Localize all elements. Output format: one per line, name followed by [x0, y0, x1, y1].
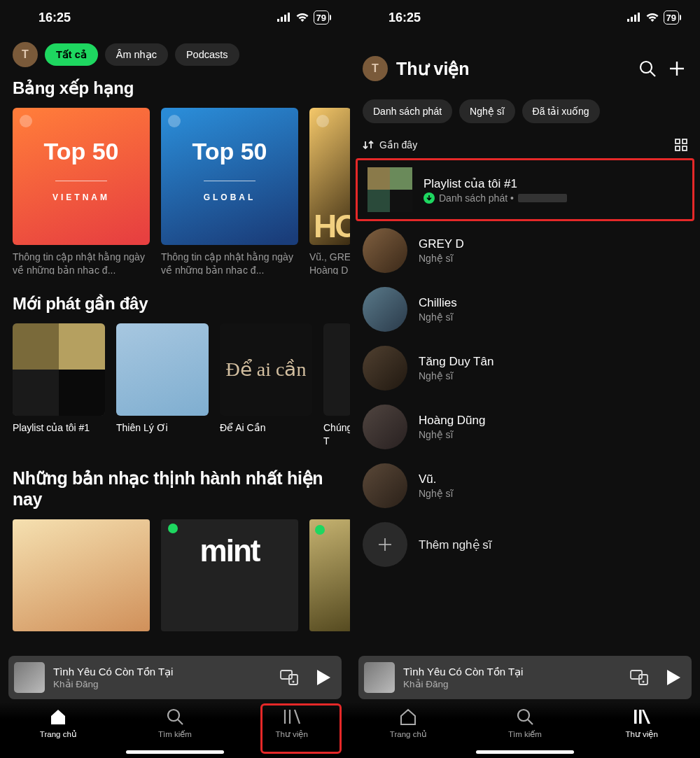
chart-card[interactable]: HO Vũ., GRE Hoàng D — [309, 108, 350, 274]
library-screen: 16:25 79 T Thư viện Danh sách phát Nghệ … — [350, 0, 700, 758]
svg-line-16 — [650, 71, 655, 76]
library-item-artist[interactable]: GREY DNghệ sĩ — [353, 221, 697, 280]
trending-row[interactable]: mint — [0, 519, 350, 631]
recent-card[interactable]: Để ai cần Để Ai Cần — [220, 323, 312, 445]
svg-line-8 — [178, 720, 183, 724]
sort-icon — [363, 140, 374, 150]
home-icon — [49, 708, 67, 726]
svg-rect-2 — [284, 15, 286, 22]
recent-card[interactable]: Thiên Lý Ơi — [116, 323, 209, 445]
add-artist-button[interactable]: Thêm nghệ sĩ — [353, 515, 697, 574]
battery-indicator: 79 — [314, 10, 329, 24]
recent-card[interactable]: Playlist của tôi #1 — [13, 323, 105, 445]
spotify-icon — [168, 524, 178, 533]
redacted-text — [518, 194, 567, 202]
svg-rect-5 — [289, 675, 298, 685]
now-playing-artist: Khải Đăng — [53, 678, 272, 689]
now-playing-art — [14, 662, 45, 693]
profile-avatar[interactable]: T — [363, 56, 388, 81]
wifi-icon — [645, 13, 659, 22]
now-playing-title: Tình Yêu Có Còn Tồn Tại — [403, 666, 622, 678]
svg-point-6 — [293, 681, 295, 683]
artist-art — [363, 228, 407, 273]
grid-view-icon[interactable] — [675, 139, 687, 151]
svg-rect-0 — [277, 19, 279, 22]
filter-pill-playlists[interactable]: Danh sách phát — [363, 99, 452, 123]
filter-pill-downloaded[interactable]: Đã tải xuống — [522, 99, 600, 123]
sort-button[interactable]: Gần đây — [363, 139, 417, 150]
charts-row[interactable]: Top 50VIETNAM Thông tin cập nhật hằng ng… — [0, 108, 350, 274]
home-indicator[interactable] — [476, 750, 574, 754]
svg-point-7 — [168, 710, 179, 721]
tab-home[interactable]: Trang chủ — [23, 708, 93, 739]
section-trending-title: Những bản nhạc thịnh hành nhất hiện nay — [0, 445, 350, 519]
svg-point-15 — [640, 62, 652, 73]
recent-row[interactable]: Playlist của tôi #1 Thiên Lý Ơi Để ai cầ… — [0, 323, 350, 445]
filter-chip-music[interactable]: Âm nhạc — [105, 43, 168, 66]
tab-bar: Trang chủ Tìm kiếm Thư viện — [350, 702, 700, 758]
tab-search[interactable]: Tìm kiếm — [490, 708, 560, 739]
filter-chip-all[interactable]: Tất cả — [45, 43, 98, 66]
svg-rect-30 — [634, 710, 637, 724]
artist-art — [363, 287, 407, 332]
chart-card[interactable]: Top 50GLOBAL Thông tin cập nhật hằng ngà… — [161, 108, 298, 274]
status-time: 16:25 — [38, 10, 71, 25]
status-time: 16:25 — [388, 10, 421, 25]
svg-rect-19 — [676, 139, 680, 143]
card-caption: Vũ., GRE Hoàng D — [309, 245, 350, 274]
svg-rect-13 — [634, 15, 636, 22]
search-button[interactable] — [637, 58, 658, 79]
search-icon — [166, 708, 184, 726]
section-recent-title: Mới phát gần đây — [0, 274, 350, 323]
home-icon — [399, 708, 417, 726]
add-button[interactable] — [666, 58, 687, 79]
library-item-artist[interactable]: ChilliesNghệ sĩ — [353, 280, 697, 339]
artist-art — [363, 346, 407, 391]
svg-line-29 — [528, 720, 533, 724]
card-caption: Thông tin cập nhật hằng ngày về những bả… — [161, 245, 298, 274]
spotify-icon — [315, 525, 325, 535]
library-item-artist[interactable]: Vũ.Nghệ sĩ — [353, 456, 697, 515]
search-icon — [516, 708, 534, 726]
connect-device-icon[interactable] — [280, 670, 298, 685]
section-charts-title: Bảng xếp hạng — [0, 71, 350, 108]
filter-chip-podcasts[interactable]: Podcasts — [175, 43, 239, 66]
library-item-artist[interactable]: Tăng Duy TânNghệ sĩ — [353, 339, 697, 398]
play-icon[interactable] — [665, 668, 682, 687]
library-list: Playlist của tôi #1 Danh sách phát • GRE… — [350, 158, 700, 574]
status-bar: 16:25 79 — [0, 0, 350, 35]
signal-icon — [627, 13, 641, 22]
now-playing-bar[interactable]: Tình Yêu Có Còn Tồn Tại Khải Đăng — [358, 656, 692, 699]
connect-device-icon[interactable] — [630, 670, 648, 685]
svg-rect-12 — [631, 17, 633, 22]
tab-bar: Trang chủ Tìm kiếm Thư viện — [0, 702, 350, 758]
filter-pill-artists[interactable]: Nghệ sĩ — [459, 99, 514, 123]
tab-search[interactable]: Tìm kiếm — [140, 708, 210, 739]
home-screen: 16:25 79 T Tất cả Âm nhạc Podcasts Bảng … — [0, 0, 350, 758]
now-playing-bar[interactable]: Tình Yêu Có Còn Tồn Tại Khải Đăng — [8, 656, 342, 699]
chart-card[interactable]: Top 50VIETNAM Thông tin cập nhật hằng ng… — [13, 108, 150, 274]
playlist-art — [368, 167, 412, 212]
svg-rect-21 — [676, 146, 680, 150]
recent-card[interactable]: Chúng T Hạnh Ph — [323, 323, 350, 445]
tab-library[interactable]: Thư viện — [607, 708, 677, 739]
library-item-artist[interactable]: Hoàng DũngNghệ sĩ — [353, 398, 697, 456]
downloaded-icon — [424, 192, 435, 204]
battery-indicator: 79 — [664, 10, 679, 24]
wifi-icon — [295, 13, 309, 22]
library-icon — [633, 708, 651, 726]
spotify-icon — [316, 115, 329, 127]
tab-home[interactable]: Trang chủ — [373, 708, 443, 739]
tab-library[interactable]: Thư viện — [257, 708, 327, 739]
library-item-playlist[interactable]: Playlist của tôi #1 Danh sách phát • — [358, 160, 692, 219]
trending-card[interactable] — [309, 519, 350, 631]
play-icon[interactable] — [315, 668, 332, 687]
svg-rect-22 — [682, 146, 687, 150]
library-title: Thư viện — [396, 59, 629, 79]
card-caption: Thông tin cập nhật hằng ngày về những bả… — [13, 245, 150, 274]
trending-card[interactable] — [13, 519, 150, 631]
profile-avatar[interactable]: T — [13, 42, 38, 67]
svg-point-27 — [643, 681, 645, 683]
home-indicator[interactable] — [126, 750, 224, 754]
trending-card[interactable]: mint — [161, 519, 298, 631]
